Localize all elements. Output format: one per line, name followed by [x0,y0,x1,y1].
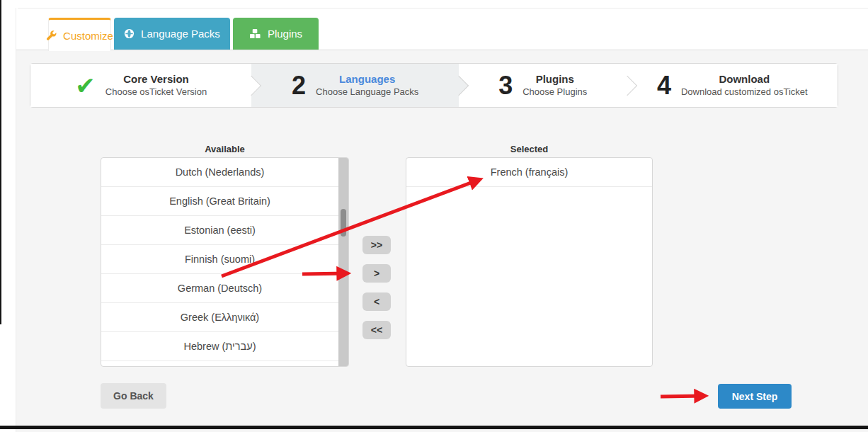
move-all-left-button[interactable]: << [362,321,391,339]
tab-customize[interactable]: Customize [48,18,111,51]
next-step-button[interactable]: Next Step [718,384,792,409]
list-item[interactable]: Greek (Ελληνικά) [101,303,338,332]
step-number: 4 [657,73,671,98]
move-left-button[interactable]: < [362,292,391,311]
selected-list-items: French (français) [406,158,652,187]
selected-list: French (français) [406,157,653,367]
tab-language-packs-label: Language Packs [141,28,220,40]
scrollbar[interactable] [338,158,348,366]
list-item[interactable]: Hebrew (עברית) [101,332,338,361]
step-title: Languages [339,73,395,86]
list-item[interactable]: German (Deutsch) [101,274,338,303]
tab-plugins-label: Plugins [268,28,302,40]
cubes-icon [249,28,261,39]
move-right-button[interactable]: > [362,264,391,283]
globe-icon [124,28,135,39]
wrench-icon [46,30,57,41]
tab-plugins[interactable]: Plugins [233,18,319,50]
step-download[interactable]: 4 Download Download customized osTicket [627,64,838,107]
available-list: Dutch (Nederlands)English (Great Britain… [101,157,349,367]
scrollbar-thumb[interactable] [341,209,346,237]
list-item[interactable]: Finnish (suomi) [101,245,338,274]
selected-list-label: Selected [406,144,653,154]
list-item[interactable]: Estonian (eesti) [101,216,338,245]
available-list-items: Dutch (Nederlands)English (Great Britain… [101,158,338,361]
step-subtitle: Choose Language Packs [316,86,418,98]
available-list-label: Available [101,144,349,154]
window-edge-bottom [0,426,868,429]
go-back-button[interactable]: Go Back [101,383,166,409]
tab-language-packs[interactable]: Language Packs [114,18,230,50]
tabbar-divider [16,50,868,50]
step-subtitle: Choose Plugins [522,86,587,98]
left-divider [16,8,16,432]
step-subtitle: Download customized osTicket [681,86,808,98]
window-edge-left [0,0,1,324]
step-title: Plugins [536,73,574,86]
step-subtitle: Choose osTicket Version [105,86,207,98]
step-title: Download [719,73,770,86]
step-languages[interactable]: 2 Languages Choose Language Packs [251,64,458,107]
move-all-right-button[interactable]: >> [362,236,391,254]
step-number: 2 [292,73,306,98]
wizard-stepbar: ✔ Core Version Choose osTicket Version 2… [30,63,838,108]
list-item[interactable]: English (Great Britain) [101,187,338,216]
list-item[interactable]: French (français) [406,158,652,187]
step-core-version[interactable]: ✔ Core Version Choose osTicket Version [30,64,251,107]
page: Customize Language Packs Plugins ✔ Core … [0,0,868,432]
step-title: Core Version [123,73,189,86]
tab-customize-label: Customize [63,30,113,42]
top-divider [18,8,868,8]
step-plugins[interactable]: 3 Plugins Choose Plugins [459,64,627,107]
list-item[interactable]: Dutch (Nederlands) [101,158,338,187]
check-icon: ✔ [75,74,96,98]
step-number: 3 [498,73,513,98]
